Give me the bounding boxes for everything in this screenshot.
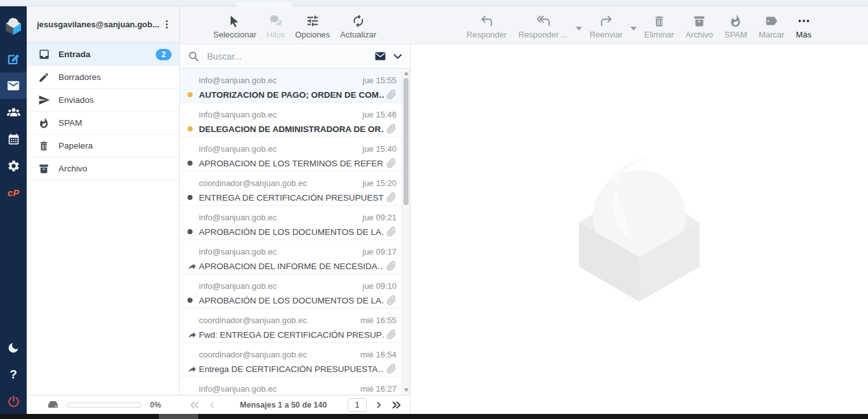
moon-icon [7, 342, 20, 354]
forward-caret[interactable] [630, 27, 637, 30]
logout-button[interactable] [0, 388, 27, 415]
threads-button[interactable]: Hilos [263, 10, 289, 41]
flame-icon [729, 11, 742, 28]
chevrons-left-icon [189, 399, 200, 411]
browser-edge-strip [0, 0, 868, 6]
message-content-pane [410, 44, 868, 414]
unread-dot-icon [187, 126, 199, 131]
options-button[interactable]: Opciones [291, 10, 334, 41]
attachment-icon [384, 158, 397, 168]
read-dot-icon [187, 195, 199, 200]
message-row[interactable]: info@sanjuan.gob.ecmié 16:27 [180, 377, 402, 395]
message-row[interactable]: info@sanjuan.gob.ecjue 09:10 APROBACIÓN … [180, 274, 402, 309]
folder-item-spam[interactable]: SPAM [27, 112, 179, 135]
attachment-icon [384, 124, 397, 134]
page-number-input[interactable] [348, 398, 367, 412]
message-row[interactable]: info@sanjuan.gob.ecjue 09:21 APROBACIÓN … [180, 206, 402, 240]
sidebar-item-contacts[interactable] [0, 99, 27, 126]
message-subject: APROBACIÓN DE LOS DOCUMENTOS DE LA… [199, 227, 384, 237]
account-header: jesusgavilanes@sanjuan.gob.... [27, 6, 179, 43]
archive-button[interactable]: Archivo [682, 10, 717, 41]
more-button[interactable]: Más [792, 10, 815, 41]
unread-count-badge: 2 [156, 49, 172, 60]
chevron-right-icon [374, 400, 384, 410]
forward-button[interactable]: Reenviar [586, 10, 627, 41]
message-row[interactable]: info@sanjuan.gob.ecjue 15:46 DELEGACION … [180, 103, 402, 137]
message-row[interactable]: coordinador@sanjuan.gob.ecmié 16:54 Entr… [180, 343, 402, 377]
account-menu-button[interactable] [159, 16, 174, 34]
compose-icon [6, 52, 20, 66]
attachment-icon [384, 364, 397, 374]
sidebar-item-cpanel[interactable]: cP [0, 179, 27, 206]
attachment-icon [384, 329, 397, 340]
message-row[interactable]: info@sanjuan.gob.ecjue 09:17 APROBACION … [180, 240, 402, 274]
message-row[interactable]: info@sanjuan.gob.ecjue 15:40 APROBACION … [180, 137, 402, 171]
message-row[interactable]: coordinador@sanjuan.gob.ecjue 15:20 ENTR… [180, 171, 402, 206]
read-dot-icon [187, 229, 199, 234]
horizontal-scrollbar-thumb[interactable] [159, 414, 198, 419]
gear-icon [7, 159, 20, 173]
next-page-button[interactable] [372, 398, 386, 412]
scrollbar-thumb[interactable] [403, 78, 409, 205]
threads-icon [268, 11, 283, 28]
message-row[interactable]: info@sanjuan.gob.ecjue 15:55 AUTORIZACIO… [180, 69, 402, 103]
reply-button[interactable]: Responder [463, 10, 511, 41]
message-sender: coordinador@sanjuan.gob.ec [199, 178, 363, 188]
sidebar-item-settings[interactable] [0, 152, 27, 179]
search-input[interactable] [206, 51, 371, 62]
archive-icon [693, 11, 706, 28]
folder-item-papelera[interactable]: Papelera [27, 135, 179, 157]
delete-button[interactable]: Eliminar [641, 10, 678, 41]
chevron-left-icon [207, 400, 217, 410]
folder-item-enviados[interactable]: Enviados [27, 89, 179, 112]
sidebar-item-calendar[interactable] [0, 126, 27, 152]
scroll-down-arrow[interactable] [403, 387, 409, 393]
message-subject: Entrega DE CERTIFICACIÓN PRESUPUESTA… [199, 364, 384, 374]
ellipsis-icon [797, 11, 811, 28]
unread-dot-icon [187, 92, 199, 97]
folder-label: SPAM [58, 118, 82, 128]
sidebar-item-mail[interactable] [0, 72, 27, 99]
compose-button[interactable] [0, 46, 27, 72]
folder-item-borradores[interactable]: Borradores [27, 66, 179, 89]
browser-edge-pill [236, 2, 292, 6]
flame-icon [37, 117, 50, 130]
read-dot-icon [187, 161, 199, 166]
prev-page-button[interactable] [205, 398, 219, 412]
mark-button[interactable]: Marcar [755, 10, 788, 41]
last-page-button[interactable] [390, 398, 403, 412]
contacts-icon [6, 105, 21, 120]
reply-all-caret[interactable] [576, 27, 582, 30]
first-page-button[interactable] [187, 398, 201, 412]
cursor-icon [228, 11, 241, 28]
message-date: jue 15:40 [363, 144, 397, 154]
quota-percent: 0% [150, 401, 161, 409]
message-sender: coordinador@sanjuan.gob.ec [199, 350, 360, 359]
folder-label: Papelera [58, 141, 93, 150]
horizontal-scrollbar [0, 414, 868, 419]
search-icon[interactable] [187, 50, 200, 62]
message-date: mié 16:27 [360, 384, 397, 394]
folder-item-archivo[interactable]: Archivo [27, 157, 179, 180]
select-button[interactable]: Seleccionar [210, 10, 261, 41]
folder-item-entrada[interactable]: Entrada 2 [27, 43, 179, 66]
search-scope-button[interactable] [374, 50, 387, 62]
send-icon [37, 94, 50, 107]
power-icon [7, 395, 20, 408]
reply-all-button[interactable]: Responder ... [515, 10, 572, 41]
spam-button[interactable]: SPAM [721, 10, 751, 41]
refresh-button[interactable]: Actualizar [336, 10, 380, 41]
search-expand-button[interactable] [392, 51, 403, 62]
message-date: jue 09:17 [363, 247, 397, 256]
trash-icon [653, 11, 666, 28]
message-row[interactable]: coordinador@sanjuan.gob.ecmié 16:55 Fwd:… [180, 309, 402, 343]
message-list: info@sanjuan.gob.ecjue 15:55 AUTORIZACIO… [180, 69, 410, 395]
help-button[interactable]: ? [0, 361, 27, 388]
message-sender: info@sanjuan.gob.ec [199, 384, 360, 394]
refresh-icon [351, 11, 365, 28]
dark-mode-button[interactable] [0, 335, 27, 361]
scroll-up-arrow[interactable] [403, 70, 409, 76]
message-date: mié 16:55 [360, 316, 397, 325]
folder-label: Borradores [58, 72, 101, 82]
reply-all-icon [536, 11, 551, 28]
